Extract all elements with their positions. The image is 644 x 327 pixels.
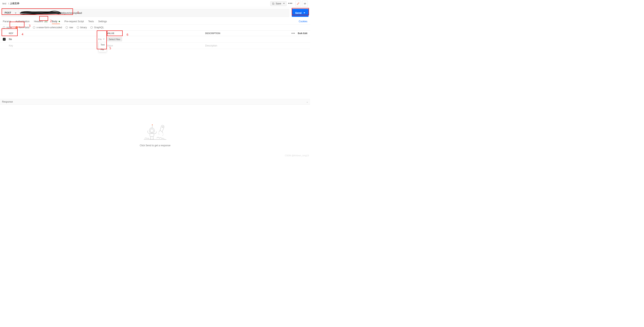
active-dot-icon: [59, 21, 60, 22]
url-input[interactable]: /aliyun/oss/upload: [19, 9, 289, 17]
radio-icon: [16, 26, 18, 29]
headers-count: (8): [44, 20, 48, 23]
value-placeholder[interactable]: Value: [106, 44, 205, 47]
radio-icon: [90, 26, 93, 29]
body-type-binary[interactable]: binary: [77, 26, 87, 29]
formdata-row: Key Value Description: [0, 42, 310, 49]
body-type-none[interactable]: none: [3, 26, 12, 29]
tab-bar: test / 上传文件 Save •••: [0, 0, 310, 7]
chevron-down-icon: [283, 3, 285, 4]
key-placeholder[interactable]: Key: [9, 44, 13, 47]
radio-icon: [3, 26, 5, 29]
comment-button[interactable]: [302, 1, 308, 6]
send-label: Send: [295, 12, 302, 14]
tab-tests[interactable]: Tests: [88, 20, 94, 23]
header-value: VALUE: [106, 32, 205, 34]
watermark: CSDN @thirteen_king13: [285, 154, 309, 157]
svg-point-5: [152, 124, 153, 125]
svg-point-0: [21, 12, 61, 14]
radio-icon: [77, 26, 79, 29]
edit-button[interactable]: [295, 1, 301, 6]
row-checkbox[interactable]: [3, 38, 6, 41]
header-key: KEY: [8, 32, 106, 34]
request-tabs: Params Authorization Headers (8) Body Pr…: [0, 18, 310, 24]
url-suffix: /aliyun/oss/upload: [61, 12, 82, 14]
desc-placeholder[interactable]: Description: [205, 44, 286, 47]
response-empty-text: Click Send to get a response: [140, 144, 170, 147]
bulk-edit-link[interactable]: Bulk Edit: [298, 32, 307, 34]
select-files-button[interactable]: Select Files: [107, 37, 122, 41]
radio-icon: [66, 26, 68, 29]
astronaut-illustration: [143, 122, 167, 141]
tab-headers[interactable]: Headers (8): [34, 20, 47, 23]
body-type-raw[interactable]: raw: [66, 26, 73, 29]
method-label: POST: [4, 12, 11, 14]
type-dropdown[interactable]: File: [98, 38, 104, 40]
cookies-link[interactable]: Cookies: [299, 20, 307, 23]
breadcrumb-sep: /: [8, 2, 9, 5]
send-button[interactable]: Send: [292, 9, 308, 17]
tab-authorization[interactable]: Authorization: [16, 20, 30, 23]
type-option-text[interactable]: Text: [98, 42, 106, 47]
more-icon[interactable]: •••: [292, 32, 295, 35]
key-field[interactable]: file: [9, 38, 12, 41]
tab-params[interactable]: Params: [3, 20, 11, 23]
body-type-form-data[interactable]: form-data: [16, 26, 29, 29]
chevron-down-icon: [103, 39, 104, 40]
svg-rect-4: [150, 133, 154, 137]
chevron-down-icon: [304, 12, 305, 14]
body-type-row: none form-data x-www-form-urlencoded raw…: [0, 24, 310, 30]
chevron-down-icon: [15, 12, 16, 14]
chevron-down-icon: ⌄: [306, 100, 308, 103]
breadcrumb-folder[interactable]: test: [2, 2, 6, 5]
tab-body[interactable]: Body: [52, 20, 60, 23]
response-title: Response: [2, 100, 13, 103]
radio-icon: [33, 26, 35, 29]
method-url-wrap: POST /aliyun/oss/upload: [2, 9, 289, 17]
svg-point-3: [150, 129, 154, 132]
svg-point-1: [162, 126, 163, 128]
tab-pre-request[interactable]: Pre-request Script: [64, 20, 84, 23]
request-row: POST /aliyun/oss/upload Send: [0, 7, 310, 18]
type-popover: Text File: [98, 42, 107, 52]
body-type-graphql[interactable]: GraphQL: [90, 26, 104, 29]
method-select[interactable]: POST: [2, 9, 19, 17]
save-button[interactable]: Save: [270, 1, 286, 6]
response-bar[interactable]: Response ⌄: [0, 99, 310, 104]
formdata-row: file File Select Files Text File: [0, 36, 310, 42]
headers-label: Headers: [34, 20, 43, 23]
breadcrumb-name: 上传文件: [10, 2, 20, 5]
type-option-file[interactable]: File: [98, 47, 106, 52]
body-label: Body: [52, 20, 57, 23]
more-icon[interactable]: •••: [286, 0, 294, 6]
redacted-scribble: [22, 11, 61, 15]
formdata-header: KEY VALUE DESCRIPTION ••• Bulk Edit: [0, 30, 310, 36]
tab-settings[interactable]: Settings: [98, 20, 107, 23]
header-desc: DESCRIPTION: [205, 32, 286, 34]
response-body: Click Send to get a response: [0, 104, 310, 158]
body-type-urlencoded[interactable]: x-www-form-urlencoded: [33, 26, 62, 29]
save-label: Save: [276, 2, 281, 5]
